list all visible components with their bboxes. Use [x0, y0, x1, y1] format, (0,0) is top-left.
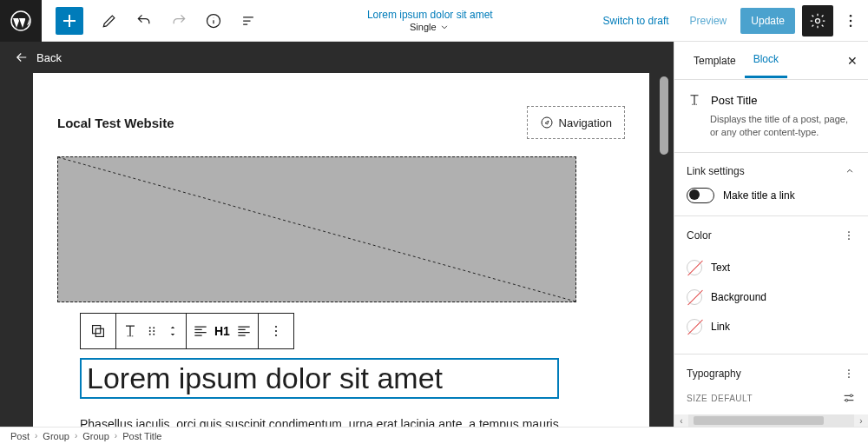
typography-options-button[interactable]: [842, 367, 856, 381]
top-toolbar: Lorem ipsum dolor sit amet Single Switch…: [0, 0, 868, 42]
editor-canvas[interactable]: Local Test Website Navigation: [33, 73, 649, 427]
post-title-icon: [687, 92, 702, 108]
back-button[interactable]: Back: [0, 42, 674, 73]
gear-icon: [809, 12, 826, 30]
svg-point-10: [149, 327, 151, 328]
color-options-button[interactable]: [842, 229, 856, 242]
add-block-button[interactable]: [56, 7, 83, 35]
list-view-button[interactable]: [233, 5, 264, 36]
alignment-group: H1: [186, 313, 259, 349]
block-transform-group: [115, 313, 187, 349]
svg-point-24: [848, 376, 850, 378]
redo-button[interactable]: [163, 5, 194, 36]
undo-icon: [135, 12, 153, 30]
template-selector[interactable]: Single: [410, 21, 450, 33]
svg-point-6: [542, 117, 552, 128]
heading-level-button[interactable]: H1: [214, 324, 230, 338]
svg-point-14: [149, 334, 151, 335]
block-toolbar: H1: [80, 313, 625, 349]
svg-point-21: [848, 238, 850, 240]
scroll-track[interactable]: [688, 414, 854, 427]
block-info-panel: Post Title Displays the title of a post,…: [674, 80, 868, 152]
svg-point-3: [850, 14, 852, 17]
scroll-right-button[interactable]: ›: [854, 416, 868, 426]
toggle-knob: [689, 189, 700, 200]
svg-point-16: [275, 326, 277, 328]
site-header: Local Test Website Navigation: [57, 106, 625, 139]
toggle-label: Make title a link: [723, 189, 795, 202]
typography-title: Typography: [687, 368, 741, 380]
canvas-scrollbar[interactable]: [658, 73, 670, 427]
navigation-placeholder[interactable]: Navigation: [527, 106, 625, 139]
tab-block[interactable]: Block: [745, 43, 787, 78]
svg-point-22: [848, 369, 850, 371]
scroll-left-button[interactable]: ‹: [674, 416, 688, 426]
color-text-row[interactable]: Text: [687, 253, 856, 282]
block-more-button[interactable]: [258, 313, 294, 349]
svg-point-17: [275, 330, 277, 332]
svg-line-7: [58, 157, 575, 302]
editor-area: Back Local Test Website Navigation: [0, 42, 674, 427]
breadcrumb-item[interactable]: Post: [10, 431, 30, 441]
info-button[interactable]: [198, 5, 229, 36]
breadcrumb-item[interactable]: Group: [82, 431, 109, 441]
make-title-link-toggle[interactable]: [687, 188, 714, 203]
redo-icon: [170, 12, 187, 30]
post-title-block[interactable]: Lorem ipsum dolor sit amet: [80, 358, 559, 399]
back-label: Back: [36, 51, 62, 64]
featured-image-placeholder[interactable]: [57, 156, 576, 302]
tab-template[interactable]: Template: [685, 44, 745, 77]
text-align-icon[interactable]: [235, 322, 253, 340]
svg-point-18: [275, 335, 277, 336]
settings-button[interactable]: [802, 5, 833, 36]
preview-button[interactable]: Preview: [683, 10, 734, 32]
list-icon: [240, 12, 257, 30]
kebab-icon: [842, 367, 856, 381]
switch-draft-button[interactable]: Switch to draft: [596, 10, 676, 32]
chevron-down-icon: [438, 21, 450, 33]
post-title-text[interactable]: Lorem ipsum dolor sit amet: [87, 361, 552, 395]
kebab-icon: [842, 229, 856, 242]
color-background-row[interactable]: Background: [687, 282, 856, 312]
align-left-icon[interactable]: [192, 322, 209, 340]
wordpress-logo[interactable]: [0, 0, 42, 42]
post-content[interactable]: Phasellus iaculis, orci quis suscipit co…: [80, 414, 625, 427]
svg-point-11: [153, 327, 155, 328]
edit-mode-button[interactable]: [94, 5, 125, 36]
sliders-icon[interactable]: [842, 391, 856, 405]
site-title[interactable]: Local Test Website: [57, 116, 174, 130]
sidebar-horizontal-scrollbar[interactable]: ‹ ›: [674, 414, 868, 427]
link-settings-panel: Link settings Make title a link: [674, 152, 868, 215]
post-title-icon[interactable]: [122, 322, 139, 340]
undo-button[interactable]: [128, 5, 160, 36]
drag-dots-icon[interactable]: [144, 323, 160, 339]
pencil-icon: [101, 12, 118, 30]
breadcrumb-item[interactable]: Post Title: [122, 431, 161, 441]
placeholder-diagonal: [58, 157, 575, 302]
info-icon: [205, 12, 222, 30]
more-menu-button[interactable]: [840, 12, 861, 30]
scroll-thumb[interactable]: [694, 416, 824, 425]
color-link-row[interactable]: Link: [687, 312, 856, 341]
color-swatch-empty: [687, 260, 702, 275]
svg-point-13: [153, 330, 155, 332]
settings-sidebar: Template Block ✕ Post Title Displays the…: [674, 42, 868, 427]
document-info[interactable]: Lorem ipsum dolor sit amet Single: [264, 9, 596, 33]
svg-point-20: [848, 235, 850, 236]
close-sidebar-button[interactable]: ✕: [847, 54, 858, 68]
make-title-link-row: Make title a link: [687, 188, 856, 203]
chevron-up-icon[interactable]: [844, 165, 856, 177]
move-icon[interactable]: [165, 323, 181, 339]
update-button[interactable]: Update: [740, 8, 795, 34]
svg-rect-8: [93, 326, 101, 334]
wordpress-icon: [10, 10, 31, 31]
kebab-icon: [842, 12, 859, 30]
scrollbar-thumb[interactable]: [660, 76, 668, 155]
toolbar-left: [42, 5, 264, 36]
compass-icon: [540, 116, 554, 129]
breadcrumb-item[interactable]: Group: [43, 431, 69, 441]
block-description: Displays the title of a post, page, or a…: [710, 113, 856, 140]
color-title: Color: [687, 229, 712, 242]
color-panel: Color Text Background Link: [674, 215, 868, 354]
drag-handle-button[interactable]: [80, 313, 116, 349]
